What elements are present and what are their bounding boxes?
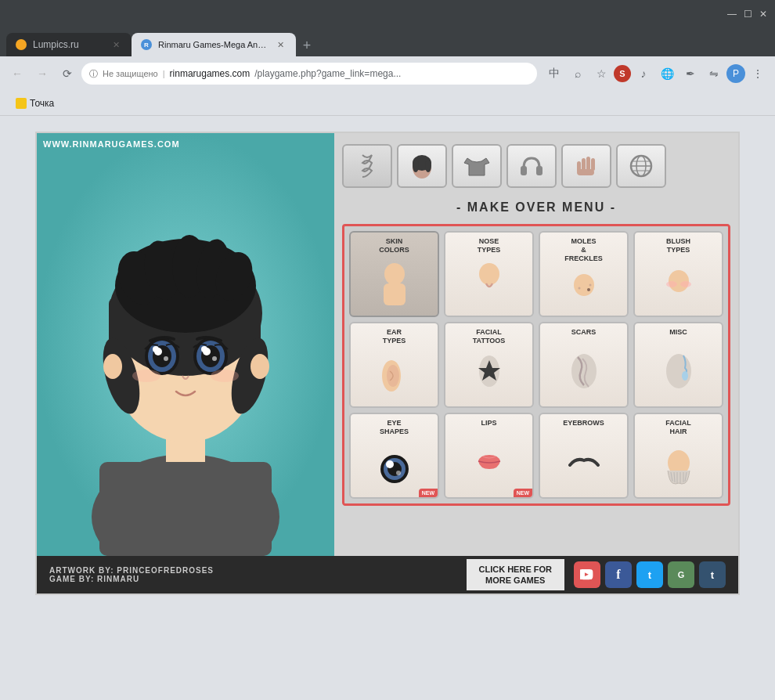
menu-icon[interactable]: ⋮	[747, 63, 769, 85]
reload-button[interactable]: ⟳	[56, 63, 78, 85]
forward-button[interactable]: →	[31, 63, 53, 85]
url-path: /playgame.php?game_link=mega...	[254, 68, 401, 79]
hand-icon-btn[interactable]	[561, 144, 611, 188]
tab-favicon-lumpics	[16, 39, 27, 50]
svg-rect-37	[536, 166, 542, 175]
svg-point-26	[212, 356, 217, 361]
game-button2[interactable]: G	[668, 561, 694, 588]
card-img-tattoos	[472, 348, 506, 402]
card-img-moles	[567, 265, 601, 311]
svg-point-68	[386, 460, 394, 468]
translate-icon[interactable]: 中	[543, 63, 565, 85]
title-bar: — ☐ ✕	[0, 0, 775, 28]
sync-icon[interactable]: ⇋	[703, 63, 725, 85]
footer-cta[interactable]: CLICK HERE FOR MORE GAMES	[467, 559, 565, 591]
star-icon[interactable]: ☆	[590, 63, 612, 85]
tab-lumpics[interactable]: Lumpics.ru ✕	[6, 33, 132, 56]
card-title-ear: EARTYPES	[383, 328, 406, 345]
footer-cta-text: CLICK HERE FOR MORE GAMES	[479, 565, 553, 585]
close-button[interactable]: ✕	[758, 9, 769, 20]
bookmarks-bar: Точка	[0, 91, 775, 116]
card-img-eye	[377, 439, 412, 493]
menu-card-blush-types[interactable]: BLUSHTYPES	[633, 231, 723, 317]
card-img-misc	[661, 340, 696, 402]
url-bar[interactable]: ⓘ Не защищено | rinmarugames.com /playga…	[81, 63, 537, 85]
menu-card-scars[interactable]: SCARS	[539, 322, 629, 408]
card-title-scars: SCARS	[571, 328, 597, 337]
browser-window: — ☐ ✕ Lumpics.ru ✕ R Rinmaru Games-Mega …	[0, 0, 775, 611]
svg-point-53	[578, 287, 580, 290]
svg-rect-38	[582, 158, 586, 171]
card-img-ear	[377, 348, 412, 402]
svg-rect-49	[384, 283, 406, 305]
extension-icon[interactable]: S	[614, 65, 631, 82]
facebook-button[interactable]: f	[605, 561, 632, 588]
music-icon[interactable]: ♪	[633, 63, 654, 85]
tab-rinmaru[interactable]: R Rinmaru Games-Mega Anime Av... ✕	[132, 33, 296, 56]
card-title-eyebrows: EYEBROWS	[563, 419, 604, 428]
svg-point-34	[413, 160, 419, 172]
back-button[interactable]: ←	[6, 63, 28, 85]
new-tab-button[interactable]: +	[296, 34, 318, 56]
card-title-nose: NOSETYPES	[478, 237, 501, 254]
dna-icon-btn[interactable]	[342, 144, 392, 188]
svg-point-57	[680, 281, 691, 287]
menu-grid: SKINCOLORS NOSETYPES	[342, 224, 730, 506]
menu-card-eye-shapes[interactable]: EYESHAPES	[349, 413, 439, 499]
svg-rect-36	[521, 166, 527, 175]
credits-line2: GAME BY: RINMARU	[49, 575, 457, 583]
menu-area: - MAKE OVER MENU - SKINCOLORS	[334, 133, 738, 556]
menu-card-lips[interactable]: LIPS NEW	[444, 413, 534, 499]
twitter-button[interactable]: t	[636, 561, 663, 588]
tab-bar: Lumpics.ru ✕ R Rinmaru Games-Mega Anime …	[0, 28, 775, 56]
new-badge-lips: NEW	[514, 489, 532, 497]
headphones-icon-btn[interactable]	[506, 144, 557, 188]
social-icons: f t G t	[574, 561, 726, 588]
bookmark-icon	[16, 98, 27, 109]
globe-icon-btn[interactable]	[616, 144, 666, 188]
menu-card-skin-colors[interactable]: SKINCOLORS	[349, 231, 439, 317]
card-title-facial-hair: FACIALHAIR	[665, 419, 691, 436]
card-img-facial-hair	[661, 439, 696, 493]
card-title-blush: BLUSHTYPES	[666, 237, 690, 254]
card-title-skin: SKINCOLORS	[379, 237, 409, 254]
hair-icon-btn[interactable]	[397, 144, 447, 188]
tab-close-lumpics[interactable]: ✕	[110, 38, 122, 51]
menu-card-facial-hair[interactable]: FACIALHAIR	[633, 413, 723, 499]
menu-card-misc[interactable]: MISC	[633, 322, 723, 408]
card-title-eye: EYESHAPES	[380, 419, 409, 436]
search-icon[interactable]: ⌕	[567, 63, 589, 85]
extensions-icon[interactable]: ✒	[679, 63, 701, 85]
card-img-blush	[661, 258, 696, 311]
tab-close-rinmaru[interactable]: ✕	[274, 38, 287, 51]
minimize-button[interactable]: —	[726, 9, 737, 20]
watermark: WWW.RINMARUGAMES.COM	[43, 139, 180, 149]
svg-rect-42	[577, 169, 594, 175]
tumblr-button[interactable]: t	[699, 561, 726, 588]
card-title-moles: MOLES&FRECKLES	[564, 237, 603, 262]
menu-card-eyebrows[interactable]: EYEBROWS	[539, 413, 629, 499]
bookmark-tochka[interactable]: Точка	[9, 96, 60, 110]
new-badge-eye: NEW	[419, 489, 438, 497]
card-img-skin	[377, 258, 412, 311]
menu-card-ear-types[interactable]: EARTYPES	[349, 322, 439, 408]
footer-credits: ARTWORK BY: PRINCEOFREDROSES GAME BY: RI…	[49, 566, 457, 583]
game-main: WWW.RINMARUGAMES.COM	[37, 133, 738, 556]
card-img-scars	[567, 340, 601, 402]
profile-icon[interactable]: P	[726, 64, 745, 83]
svg-point-20	[164, 356, 168, 361]
globe-icon[interactable]: 🌐	[656, 63, 678, 85]
security-icon: ⓘ	[89, 68, 98, 80]
toolbar-icons: 中 ⌕ ☆ S ♪ 🌐 ✒ ⇋ P ⋮	[543, 63, 769, 85]
shirt-icon-btn[interactable]	[452, 144, 502, 188]
menu-card-nose-types[interactable]: NOSETYPES	[444, 231, 534, 317]
maximize-button[interactable]: ☐	[742, 9, 753, 20]
menu-card-moles-freckles[interactable]: MOLES&FRECKLES	[539, 231, 629, 317]
top-icon-bar	[342, 141, 730, 191]
svg-point-29	[251, 354, 269, 379]
youtube-button[interactable]	[574, 561, 600, 588]
menu-card-facial-tattoos[interactable]: FACIALTATTOOS	[444, 322, 534, 408]
credits-line1: ARTWORK BY: PRINCEOFREDROSES	[49, 566, 457, 575]
url-domain: rinmarugames.com	[170, 68, 251, 79]
window-controls: — ☐ ✕	[726, 9, 769, 20]
